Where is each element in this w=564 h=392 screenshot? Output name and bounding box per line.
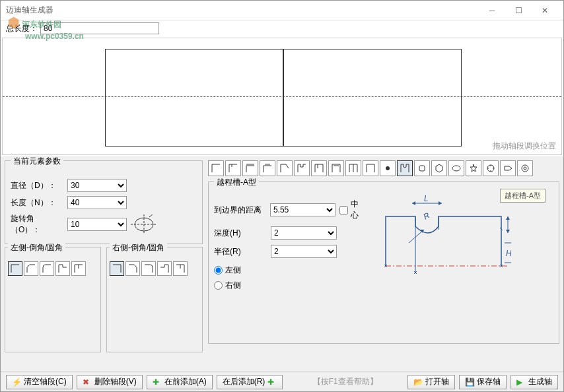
length-combo[interactable]: 40 xyxy=(67,196,127,209)
side-right-label: 右侧 xyxy=(225,280,241,291)
svg-point-9 xyxy=(524,167,526,170)
canvas-hint: 拖动轴段调换位置 xyxy=(493,141,556,152)
side-left-label: 左侧 xyxy=(225,265,241,276)
feat-3[interactable] xyxy=(242,160,258,176)
depth-combo[interactable]: 2 xyxy=(271,226,337,240)
side-right-radio[interactable] xyxy=(214,281,223,290)
close-button[interactable]: ✕ xyxy=(532,1,558,20)
radius-label: 半径(R) xyxy=(214,246,267,257)
svg-rect-5 xyxy=(419,166,425,171)
right-chamfer-5[interactable] xyxy=(173,261,188,276)
generate-button[interactable]: ▶生成轴 xyxy=(511,375,558,389)
radius-combo[interactable]: 2 xyxy=(271,245,337,258)
open-button[interactable]: 📂打开轴 xyxy=(407,375,455,389)
rotate-label: 旋转角（O）： xyxy=(11,213,63,236)
maximize-button[interactable]: ☐ xyxy=(505,1,532,20)
left-chamfer-4[interactable] xyxy=(55,261,70,276)
feat-5[interactable] xyxy=(277,160,293,176)
left-panel: 当前元素参数 直径（D）： 30 长度（N）： 40 旋转角（O）： 10 xyxy=(5,160,203,368)
svg-point-4 xyxy=(386,166,390,170)
params-fieldset: 当前元素参数 直径（D）： 30 长度（N）： 40 旋转角（O）： 10 xyxy=(5,160,203,244)
tooltip: 越程槽-A型 xyxy=(500,189,546,203)
feat-19[interactable] xyxy=(517,160,533,176)
dist-label: 到边界的距离 xyxy=(214,205,266,216)
feat-18[interactable] xyxy=(500,160,516,176)
main-panels: 当前元素参数 直径（D）： 30 长度（N）： 40 旋转角（O）： 10 xyxy=(1,156,563,372)
center-label: 中心 xyxy=(351,199,366,221)
save-button[interactable]: 💾保存轴 xyxy=(459,375,507,389)
right-chamfer-3[interactable] xyxy=(141,261,156,276)
minimize-button[interactable]: ─ xyxy=(479,1,505,20)
right-chamfer-2[interactable] xyxy=(125,261,140,276)
center-checkbox[interactable] xyxy=(339,206,348,214)
feat-11[interactable] xyxy=(380,160,396,176)
feat-15[interactable] xyxy=(448,160,464,176)
feat-9[interactable] xyxy=(345,160,361,176)
clear-button[interactable]: ⚡清空轴段(C) xyxy=(6,375,73,389)
add-before-button[interactable]: ✚在前添加(A) xyxy=(147,375,213,389)
svg-line-3 xyxy=(149,214,153,217)
params-title: 当前元素参数 xyxy=(11,156,63,167)
watermark: ⬢ 河东软件园 www.pc0359.cn xyxy=(8,15,84,41)
svg-text:R: R xyxy=(422,211,432,222)
left-chamfer-title: 左侧-倒角/圆角 xyxy=(8,242,65,253)
feat-10[interactable] xyxy=(363,160,378,176)
right-chamfer-1[interactable] xyxy=(110,261,124,276)
feat-16[interactable] xyxy=(466,160,481,176)
left-chamfer-3[interactable] xyxy=(40,261,54,276)
left-chamfer-1[interactable] xyxy=(8,261,22,276)
main-window: 迈迪轴生成器 ─ ☐ ✕ ⬢ 河东软件园 www.pc0359.cn 总长度： … xyxy=(0,0,564,392)
svg-point-6 xyxy=(452,166,460,171)
feat-13[interactable] xyxy=(414,160,430,176)
left-chamfer-2[interactable] xyxy=(24,261,38,276)
right-chamfer-title: 右侧-倒角/圆角 xyxy=(110,242,167,253)
rotate-combo[interactable]: 10 xyxy=(67,218,127,231)
diameter-combo[interactable]: 30 xyxy=(67,179,127,192)
dist-combo[interactable]: 5.55 xyxy=(270,203,335,216)
feature-toolstrip xyxy=(208,160,559,176)
diameter-label: 直径（D）： xyxy=(11,180,63,191)
delete-button[interactable]: ✖删除轴段(V) xyxy=(77,375,143,389)
titlebar: 迈迪轴生成器 ─ ☐ ✕ xyxy=(1,1,563,20)
svg-text:H: H xyxy=(506,249,511,258)
feat-17[interactable] xyxy=(483,160,499,176)
depth-label: 深度(H) xyxy=(214,228,267,239)
feat-7[interactable] xyxy=(311,160,327,176)
groove-diagram: L R H xyxy=(379,193,511,299)
shaft-segment-1[interactable] xyxy=(105,49,283,147)
add-after-button[interactable]: 在后添加(R)✚ xyxy=(217,375,283,389)
feat-groove-a[interactable] xyxy=(397,160,413,176)
feat-14[interactable] xyxy=(431,160,447,176)
feat-6[interactable] xyxy=(294,160,310,176)
length-label: 长度（N）： xyxy=(11,197,63,209)
rotate-icon xyxy=(131,214,157,234)
feat-8[interactable] xyxy=(328,160,344,176)
svg-text:L: L xyxy=(424,194,429,203)
side-left-radio[interactable] xyxy=(214,266,223,275)
right-chamfer-box: 右侧-倒角/圆角 xyxy=(106,247,203,352)
help-hint: 【按F1查看帮助】 xyxy=(287,376,404,387)
groove-fieldset: 越程槽-A型 到边界的距离 5.55 中心 深度(H) xyxy=(208,181,559,344)
right-chamfer-4[interactable] xyxy=(157,261,172,276)
feat-2[interactable] xyxy=(225,160,241,176)
feat-1[interactable] xyxy=(208,160,224,176)
canvas-preview[interactable]: 拖动轴段调换位置 xyxy=(2,38,562,155)
svg-point-8 xyxy=(522,165,528,172)
right-panel: 越程槽-A型 越程槽-A型 到边界的距离 5.55 中心 xyxy=(208,160,559,368)
feat-4[interactable] xyxy=(260,160,275,176)
groove-title: 越程槽-A型 xyxy=(214,177,259,188)
bottom-toolbar: ⚡清空轴段(C) ✖删除轴段(V) ✚在前添加(A) 在后添加(R)✚ 【按F1… xyxy=(1,372,563,391)
left-chamfer-box: 左侧-倒角/圆角 xyxy=(5,247,101,352)
top-toolbar: 总长度： xyxy=(1,20,563,36)
shaft-segment-2[interactable] xyxy=(283,49,462,147)
left-chamfer-5[interactable] xyxy=(71,261,86,276)
